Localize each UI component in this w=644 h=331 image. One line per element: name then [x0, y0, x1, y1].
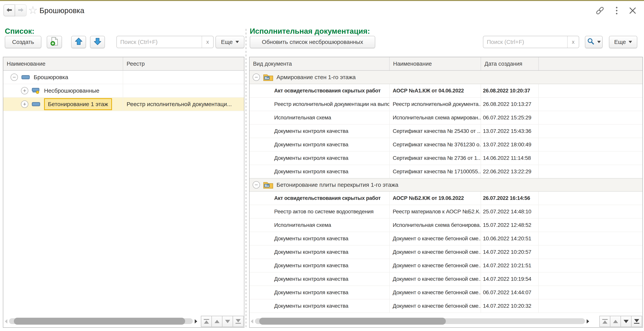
scroll-up-button[interactable]	[610, 316, 621, 327]
close-icon[interactable]	[628, 7, 637, 16]
docs-search-button[interactable]	[585, 36, 603, 48]
tree-registry-cell[interactable]: Реестр исполнительной документаци...	[123, 98, 244, 111]
tree-name-cell[interactable]: +Бетонирование 1 этаж	[3, 98, 123, 111]
doc-name-cell[interactable]: Документ о качестве бетонной сме...	[390, 232, 481, 245]
expand-icon[interactable]: +	[21, 101, 28, 108]
doc-name-cell[interactable]: Реестр исполнительной документа...	[390, 98, 481, 111]
doc-date-cell[interactable]: 13.07.2022 15:43:36	[481, 125, 539, 138]
column-header-doc-name[interactable]: Наименование	[390, 57, 481, 70]
doc-type-cell[interactable]: Реестр исполнительной документации на вы…	[250, 98, 390, 111]
doc-row[interactable]: Документы контроля качестваДокумент о ка…	[250, 286, 642, 299]
list-search-input[interactable]	[117, 36, 202, 48]
doc-group-row[interactable]: −Бетонирование плиты перекрытия 1-го эта…	[250, 178, 642, 192]
doc-name-cell[interactable]: Сертификат качества № 2736 от 1...	[390, 152, 481, 165]
docs-search-clear-icon[interactable]: x	[567, 36, 579, 48]
docs-hscroll-thumb[interactable]	[259, 318, 446, 325]
scroll-to-bottom-button[interactable]	[631, 316, 642, 327]
scroll-to-bottom-button[interactable]	[233, 316, 244, 327]
tree-name-cell[interactable]: +Несброшюрованные	[3, 84, 123, 97]
doc-date-cell[interactable]: 14.07.2022 10:21:51	[481, 259, 539, 272]
doc-type-cell[interactable]: Исполнительная схема	[250, 111, 390, 124]
scroll-to-top-button[interactable]	[599, 316, 610, 327]
scroll-left-icon[interactable]	[5, 319, 7, 323]
doc-row[interactable]: Документы контроля качестваДокумент о ка…	[250, 299, 642, 313]
doc-date-cell[interactable]: 26.08.2022 10:20:37	[481, 84, 539, 97]
doc-date-cell[interactable]: 14.07.2022 10:20:32	[481, 299, 539, 312]
panel-splitter[interactable]	[246, 29, 246, 327]
forward-button[interactable]	[15, 5, 26, 16]
doc-name-cell[interactable]: Документ о качестве бетонной сме...	[390, 245, 481, 259]
doc-date-cell[interactable]: 22.06.2022 13:22:29	[481, 165, 539, 178]
doc-type-cell[interactable]: Документы контроля качества	[250, 286, 390, 299]
scroll-to-top-button[interactable]	[201, 316, 212, 327]
doc-type-cell[interactable]: Документы контроля качества	[250, 272, 390, 285]
doc-type-cell[interactable]: Документы контроля качества	[250, 299, 390, 312]
doc-date-cell[interactable]: 06.07.2022 15:25:29	[481, 111, 539, 124]
doc-name-cell[interactable]: Документ о качестве бетонной сме...	[390, 272, 481, 285]
doc-row[interactable]: Документы контроля качестваСертификат ка…	[250, 138, 642, 152]
doc-name-cell[interactable]: Документ о качестве бетонной сме...	[390, 259, 481, 272]
doc-row[interactable]: Документы контроля качестваСертификат ка…	[250, 165, 642, 178]
column-header-doc-date[interactable]: Дата создания	[481, 57, 539, 70]
doc-name-cell[interactable]: АОСР №Б2.КЖ от 19.06.2022	[390, 192, 481, 205]
doc-row[interactable]: Документы контроля качестваДокумент о ка…	[250, 245, 642, 259]
doc-type-cell[interactable]: Документы контроля качества	[250, 125, 390, 138]
link-icon[interactable]	[595, 6, 605, 16]
doc-type-cell[interactable]: Документы контроля качества	[250, 232, 390, 245]
doc-row[interactable]: Акт освидетельствования скрытых работАОС…	[250, 84, 642, 98]
scroll-right-icon[interactable]	[587, 319, 589, 323]
list-more-button[interactable]: Еще	[216, 36, 244, 48]
doc-date-cell[interactable]: 10.06.2022 14:20:51	[481, 232, 539, 245]
doc-row[interactable]: Исполнительная схемаИсполнительная схема…	[250, 219, 642, 232]
doc-row[interactable]: Акт освидетельствования скрытых работАОС…	[250, 192, 642, 205]
doc-date-cell[interactable]: 14.06.2022 11:14:58	[481, 152, 539, 165]
doc-name-cell[interactable]: Исполнительная схема бетонирова...	[390, 219, 481, 232]
doc-group-row[interactable]: −Армирование стен 1-го этажа	[250, 71, 642, 84]
doc-date-cell[interactable]: 14.07.2022 10:19:54	[481, 272, 539, 285]
expand-icon[interactable]: +	[21, 87, 28, 94]
doc-row[interactable]: Реестр исполнительной документации на вы…	[250, 98, 642, 111]
tree-registry-cell[interactable]	[123, 71, 244, 84]
column-header-doc-type[interactable]: Вид документа	[250, 57, 390, 70]
column-header-name[interactable]: Наименование	[3, 57, 123, 70]
scroll-down-button[interactable]	[222, 316, 233, 327]
collapse-icon[interactable]: −	[10, 74, 18, 81]
refresh-unbound-button[interactable]: Обновить список несброшюрованных	[250, 36, 375, 48]
scroll-left-icon[interactable]	[251, 319, 253, 323]
tree-row[interactable]: −Брошюровка	[3, 71, 244, 84]
docs-more-button[interactable]: Еще	[609, 36, 637, 48]
doc-type-cell[interactable]: Акт освидетельствования скрытых работ	[250, 84, 390, 97]
doc-date-cell[interactable]: 25.07.2022 14:48:10	[481, 205, 539, 218]
doc-type-cell[interactable]: Документы контроля качества	[250, 152, 390, 165]
doc-date-cell[interactable]: 26.07.2022 16:14:56	[481, 192, 539, 205]
menu-kebab-icon[interactable]	[616, 6, 618, 16]
move-up-button[interactable]	[71, 36, 86, 48]
list-hscroll-thumb[interactable]	[14, 318, 185, 325]
move-down-button[interactable]	[90, 36, 105, 48]
doc-date-cell[interactable]: 14.07.2022 10:20:57	[481, 245, 539, 259]
doc-name-cell[interactable]: Документ о качестве бетонной сме...	[390, 286, 481, 299]
doc-type-cell[interactable]: Реестр актов по системе водоотведения	[250, 205, 390, 218]
doc-type-cell[interactable]: Документы контроля качества	[250, 138, 390, 151]
doc-row[interactable]: Документы контроля качестваСертификат ка…	[250, 152, 642, 165]
doc-row[interactable]: Документы контроля качестваДокумент о ка…	[250, 232, 642, 245]
tree-registry-cell[interactable]	[123, 84, 244, 97]
create-button[interactable]: Создать	[5, 36, 41, 48]
collapse-icon[interactable]: −	[253, 74, 260, 81]
doc-type-cell[interactable]: Документы контроля качества	[250, 165, 390, 178]
doc-type-cell[interactable]: Исполнительная схема	[250, 219, 390, 232]
doc-row[interactable]: Документы контроля качестваСертификат ка…	[250, 125, 642, 138]
doc-name-cell[interactable]: Реестр материалов к АОСР №Б2.К...	[390, 205, 481, 218]
doc-date-cell[interactable]: 15.07.2022 12:48:52	[481, 219, 539, 232]
doc-type-cell[interactable]: Документы контроля качества	[250, 259, 390, 272]
collapse-icon[interactable]: −	[253, 181, 260, 188]
doc-date-cell[interactable]: 26.08.2022 10:13:27	[481, 98, 539, 111]
tree-name-cell[interactable]: −Брошюровка	[3, 71, 123, 84]
doc-type-cell[interactable]: Документы контроля качества	[250, 245, 390, 259]
scroll-up-button[interactable]	[212, 316, 222, 327]
scroll-right-icon[interactable]	[195, 319, 197, 323]
doc-date-cell[interactable]: 13.07.2022 18:00:49	[481, 138, 539, 151]
doc-row[interactable]: Исполнительная схемаИсполнительная схема…	[250, 111, 642, 125]
favorite-star-icon[interactable]: ☆	[28, 3, 38, 17]
doc-row[interactable]: Документы контроля качестваДокумент о ка…	[250, 259, 642, 272]
